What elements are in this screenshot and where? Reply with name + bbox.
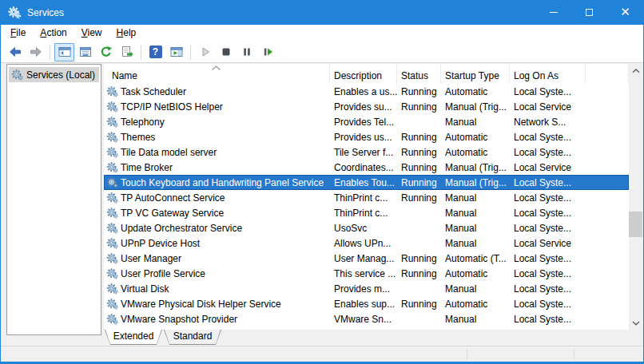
- service-description: Enables sup...: [330, 299, 397, 310]
- column-header-startup-type[interactable]: Startup Type: [441, 64, 510, 84]
- menu-help[interactable]: Help: [109, 26, 144, 41]
- service-logon-as: Local Syste...: [510, 283, 586, 295]
- service-name: TP VC Gateway Service: [121, 208, 224, 219]
- service-logon-as: Local Service: [510, 101, 586, 113]
- table-row[interactable]: Virtual Disk Provides m... Manual Local …: [104, 281, 629, 296]
- service-gear-icon: [106, 283, 118, 295]
- service-startup-type: Manual: [441, 238, 510, 249]
- table-row[interactable]: VMware Snapshot Provider VMware Sn... Ma…: [104, 311, 629, 326]
- export-list-button[interactable]: [117, 43, 137, 61]
- back-button[interactable]: [5, 43, 25, 61]
- titlebar: Services ✕: [1, 0, 643, 25]
- scroll-down-button[interactable]: [629, 316, 642, 330]
- service-logon-as: Local Syste...: [510, 299, 586, 310]
- menu-action[interactable]: Action: [33, 26, 74, 41]
- export-list-icon: [121, 46, 133, 58]
- show-console-tree-button[interactable]: [54, 43, 74, 61]
- scrollbar-thumb[interactable]: [629, 212, 642, 237]
- toolbar-separator: [50, 45, 50, 60]
- column-header-filler: [586, 64, 629, 84]
- service-gear-icon: [106, 208, 118, 219]
- service-startup-type: Manual (Trig...: [441, 101, 510, 113]
- service-startup-type: Manual: [441, 117, 510, 128]
- table-row[interactable]: TCP/IP NetBIOS Helper Provides su... Run…: [104, 99, 629, 114]
- menu-bar: File Action View Help: [1, 25, 643, 42]
- pause-service-button[interactable]: [237, 43, 256, 61]
- table-row[interactable]: Task Scheduler Enables a us... Running A…: [104, 84, 629, 99]
- table-row[interactable]: TP VC Gateway Service ThinPrint c... Man…: [104, 205, 629, 220]
- service-description: Enables a us...: [330, 86, 397, 97]
- show-action-pane-button[interactable]: [166, 43, 186, 61]
- service-startup-type: Manual (Trig...: [441, 162, 510, 173]
- service-startup-type: Manual: [441, 283, 510, 295]
- menu-file[interactable]: File: [3, 26, 33, 41]
- table-row[interactable]: Time Broker Coordinates... Running Manua…: [104, 160, 629, 175]
- back-arrow-icon: [9, 46, 22, 58]
- table-row[interactable]: VMware Physical Disk Helper Service Enab…: [104, 296, 629, 311]
- service-startup-type: Manual: [441, 208, 510, 219]
- service-name: Touch Keyboard and Handwriting Panel Ser…: [121, 177, 324, 188]
- properties-button[interactable]: [75, 43, 95, 61]
- start-service-button[interactable]: [195, 43, 215, 61]
- refresh-button[interactable]: [96, 43, 116, 61]
- tree-item-services-local[interactable]: Services (Local): [9, 67, 99, 82]
- minimize-button[interactable]: [535, 0, 571, 25]
- service-description: ThinPrint c...: [330, 208, 397, 219]
- forward-button[interactable]: [26, 43, 46, 61]
- service-startup-type: Automatic: [441, 132, 510, 143]
- service-gear-icon: [106, 147, 118, 158]
- service-description: Provides Tel...: [330, 117, 397, 128]
- service-gear-icon: [106, 223, 118, 234]
- service-startup-type: Automatic: [441, 147, 510, 158]
- service-status: Running: [397, 192, 441, 204]
- toolbar-separator: [141, 45, 141, 60]
- table-row[interactable]: TP AutoConnect Service ThinPrint c... Ru…: [104, 190, 629, 205]
- view-tabstrip: Extended Standard: [104, 330, 642, 346]
- maximize-button[interactable]: [571, 0, 607, 25]
- main-content: Services (Local) Name Description Status…: [1, 63, 643, 346]
- service-name: UPnP Device Host: [121, 238, 200, 249]
- service-gear-icon: [106, 192, 118, 204]
- column-header-description[interactable]: Description: [330, 64, 397, 84]
- services-gear-icon: [8, 6, 22, 19]
- service-name: Themes: [121, 132, 155, 143]
- table-row[interactable]: Touch Keyboard and Handwriting Panel Ser…: [104, 175, 629, 190]
- toolbar-separator: [190, 45, 191, 60]
- vertical-scrollbar[interactable]: [629, 64, 642, 330]
- table-row[interactable]: UPnP Device Host Allows UPn... Manual Lo…: [104, 235, 629, 251]
- close-icon: ✕: [620, 6, 630, 18]
- service-startup-type: Manual (Trig...: [441, 177, 510, 188]
- table-row[interactable]: Update Orchestrator Service UsoSvc Manua…: [104, 220, 629, 235]
- tab-standard[interactable]: Standard: [164, 330, 221, 345]
- table-row[interactable]: Telephony Provides Tel... Manual Network…: [104, 114, 629, 129]
- table-row[interactable]: Tile Data model server Tile Server f... …: [104, 144, 629, 160]
- pause-icon: [241, 46, 253, 58]
- services-window: Services ✕ File Action View Help: [0, 0, 644, 364]
- tab-extended[interactable]: Extended: [105, 330, 162, 345]
- service-name: VMware Snapshot Provider: [121, 314, 237, 325]
- menu-view[interactable]: View: [74, 26, 109, 41]
- action-pane-icon: [170, 46, 183, 58]
- help-button[interactable]: ?: [145, 43, 165, 61]
- service-name: Task Scheduler: [121, 86, 186, 97]
- service-status: Running: [397, 132, 441, 143]
- column-header-log-on-as[interactable]: Log On As: [510, 64, 586, 84]
- service-startup-type: Automatic: [441, 86, 510, 97]
- service-logon-as: Local Syste...: [510, 192, 586, 204]
- service-logon-as: Network S...: [510, 117, 586, 128]
- scroll-up-button[interactable]: [629, 64, 642, 77]
- stop-service-button[interactable]: [216, 43, 236, 61]
- service-gear-icon: [106, 314, 118, 325]
- close-button[interactable]: ✕: [607, 0, 643, 25]
- maximize-icon: [586, 9, 593, 16]
- table-row[interactable]: User Manager User Manag... Running Autom…: [104, 251, 629, 266]
- column-header-status[interactable]: Status: [397, 64, 441, 84]
- restart-service-button[interactable]: [257, 43, 277, 61]
- service-name: TP AutoConnect Service: [121, 192, 225, 204]
- service-name: Tile Data model server: [121, 147, 217, 158]
- service-startup-type: Manual: [441, 223, 510, 234]
- restart-icon: [261, 46, 274, 58]
- service-name: Update Orchestrator Service: [121, 223, 242, 234]
- table-row[interactable]: User Profile Service This service ... Ru…: [104, 266, 629, 281]
- table-row[interactable]: Themes Provides us... Running Automatic …: [104, 129, 629, 144]
